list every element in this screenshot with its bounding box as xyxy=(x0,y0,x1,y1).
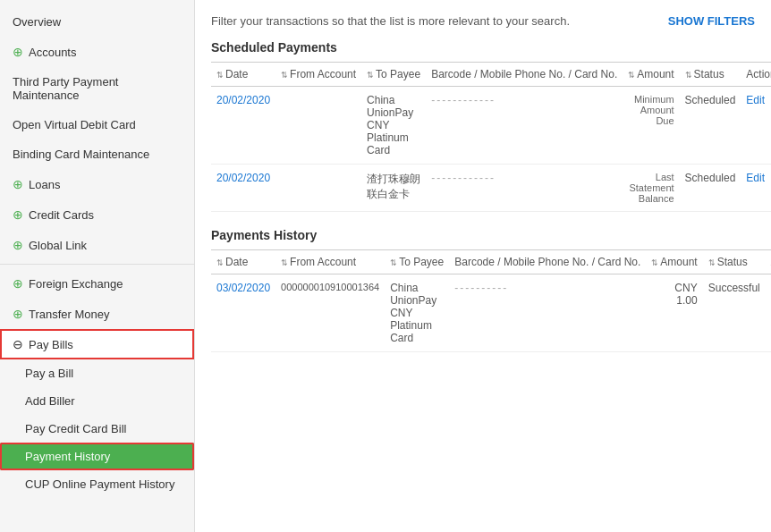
binding-card-label: Binding Card Maintenance xyxy=(13,148,149,161)
pay-bills-label: Pay Bills xyxy=(29,338,73,351)
sidebar-sub-cup-online[interactable]: CUP Online Payment History xyxy=(0,470,194,498)
sp-col-barcode: Barcode / Mobile Phone No. / Card No. xyxy=(426,63,623,87)
plus-icon-transfer: ⊕ xyxy=(13,307,23,321)
filter-text: Filter your transactions so that the lis… xyxy=(211,14,570,28)
accounts-label: Accounts xyxy=(29,46,76,59)
table-row: 20/02/2020 渣打珠穆朗联白金卡 ------------ Last S… xyxy=(211,165,771,212)
pay-credit-card-label: Pay Credit Card Bill xyxy=(25,422,126,435)
ph-payee-1: China UnionPay CNY Platinum Card xyxy=(385,274,449,352)
table-row: 20/02/2020 China UnionPay CNY Platinum C… xyxy=(211,87,771,165)
ph-barcode-1: ---------- xyxy=(449,274,646,352)
sidebar-sub-add-biller[interactable]: Add Biller xyxy=(0,387,194,415)
sidebar-item-pay-bills[interactable]: ⊖ Pay Bills xyxy=(0,329,194,359)
sp-status-1: Scheduled xyxy=(680,87,741,165)
ph-col-actions: Actions xyxy=(766,250,771,274)
sp-date-1[interactable]: 20/02/2020 xyxy=(216,94,270,106)
sp-actions-2: Edit | 🗑 | Copy xyxy=(741,165,771,212)
fx-label: Foreign Exchange xyxy=(29,277,123,291)
ph-col-barcode: Barcode / Mobile Phone No. / Card No. xyxy=(449,250,646,274)
payments-history-table: ⇅Date ⇅From Account ⇅To Payee Barcode / … xyxy=(211,249,771,352)
sidebar-item-loans[interactable]: ⊕ Loans xyxy=(0,169,194,199)
plus-icon-credit: ⊕ xyxy=(13,207,23,222)
ph-status-1: Successful xyxy=(703,274,766,352)
sp-actions-1: Edit | 🗑 | Copy xyxy=(741,87,771,165)
sp-col-date: ⇅Date xyxy=(211,63,275,87)
sp-from-2 xyxy=(275,165,361,212)
filter-bar: Filter your transactions so that the lis… xyxy=(211,14,755,28)
sp-payee-2: 渣打珠穆朗联白金卡 xyxy=(361,165,426,212)
sp-col-payee: ⇅To Payee xyxy=(361,63,426,87)
sp-from-1 xyxy=(275,87,361,165)
sp-amount-2: Last Statement Balance xyxy=(623,165,679,212)
sidebar-sub-payment-history[interactable]: Payment History xyxy=(0,443,194,470)
ph-col-date: ⇅Date xyxy=(211,250,275,274)
sp-status-2: Scheduled xyxy=(680,165,741,212)
pay-a-bill-label: Pay a Bill xyxy=(25,367,73,380)
third-party-label: Third Party Payment Maintenance xyxy=(13,75,182,102)
add-biller-label: Add Biller xyxy=(25,394,75,408)
ph-actions-1: Copy xyxy=(766,274,771,352)
sp-col-from: ⇅From Account xyxy=(275,63,361,87)
show-filters-button[interactable]: SHOW FILTERS xyxy=(668,14,755,28)
sidebar-sub-pay-a-bill[interactable]: Pay a Bill xyxy=(0,359,194,387)
sp-amount-1: Minimum Amount Due xyxy=(623,87,679,165)
scheduled-payments-title: Scheduled Payments xyxy=(211,40,755,55)
ph-amount-1: CNY 1.00 xyxy=(646,274,702,352)
plus-icon-global: ⊕ xyxy=(13,238,23,252)
sidebar-item-credit-cards[interactable]: ⊕ Credit Cards xyxy=(0,199,194,230)
ph-col-status: ⇅Status xyxy=(703,250,766,274)
sidebar-item-foreign-exchange[interactable]: ⊕ Foreign Exchange xyxy=(0,268,194,299)
plus-icon-loans: ⊕ xyxy=(13,177,23,191)
ph-col-from: ⇅From Account xyxy=(275,250,385,274)
ph-col-payee: ⇅To Payee xyxy=(385,250,449,274)
sidebar-item-open-virtual[interactable]: Open Virtual Debit Card xyxy=(0,110,194,139)
sp-barcode-1: ------------ xyxy=(426,87,623,165)
plus-icon-fx: ⊕ xyxy=(13,276,23,291)
cup-online-label: CUP Online Payment History xyxy=(25,477,174,491)
transfer-label: Transfer Money xyxy=(29,308,110,321)
sp-edit-2[interactable]: Edit xyxy=(746,172,765,184)
plus-icon: ⊕ xyxy=(13,45,23,59)
sidebar: Overview ⊕ Accounts Third Party Payment … xyxy=(0,0,195,532)
sidebar-sub-pay-credit-card[interactable]: Pay Credit Card Bill xyxy=(0,415,194,443)
ph-date-1[interactable]: 03/02/2020 xyxy=(216,282,270,294)
sp-payee-1: China UnionPay CNY Platinum Card xyxy=(361,87,426,165)
overview-label: Overview xyxy=(13,15,61,29)
sp-edit-1[interactable]: Edit xyxy=(746,94,765,106)
payments-history-title: Payments History xyxy=(211,228,755,242)
open-virtual-label: Open Virtual Debit Card xyxy=(13,118,136,131)
main-content: Filter your transactions so that the lis… xyxy=(195,0,771,532)
global-link-label: Global Link xyxy=(29,239,87,252)
sp-col-amount: ⇅Amount xyxy=(623,63,679,87)
sp-barcode-2: ------------ xyxy=(426,165,623,212)
scheduled-payments-table: ⇅Date ⇅From Account ⇅To Payee Barcode / … xyxy=(211,62,771,212)
payment-history-label: Payment History xyxy=(25,450,110,463)
ph-from-1: 000000010910001364 xyxy=(275,274,385,352)
sp-col-actions: Actions xyxy=(741,63,771,87)
table-row: 03/02/2020 000000010910001364 China Unio… xyxy=(211,274,771,352)
ph-col-amount: ⇅Amount xyxy=(646,250,702,274)
sidebar-item-accounts[interactable]: ⊕ Accounts xyxy=(0,37,194,67)
minus-icon-paybills: ⊖ xyxy=(13,337,23,351)
credit-cards-label: Credit Cards xyxy=(29,208,94,222)
sidebar-item-binding-card[interactable]: Binding Card Maintenance xyxy=(0,139,194,169)
sp-col-status: ⇅Status xyxy=(680,63,741,87)
sidebar-item-overview[interactable]: Overview xyxy=(0,7,194,37)
sidebar-item-third-party[interactable]: Third Party Payment Maintenance xyxy=(0,67,194,110)
sidebar-item-transfer-money[interactable]: ⊕ Transfer Money xyxy=(0,299,194,329)
sidebar-item-global-link[interactable]: ⊕ Global Link xyxy=(0,230,194,260)
loans-label: Loans xyxy=(29,178,60,191)
sp-date-2[interactable]: 20/02/2020 xyxy=(216,172,270,184)
